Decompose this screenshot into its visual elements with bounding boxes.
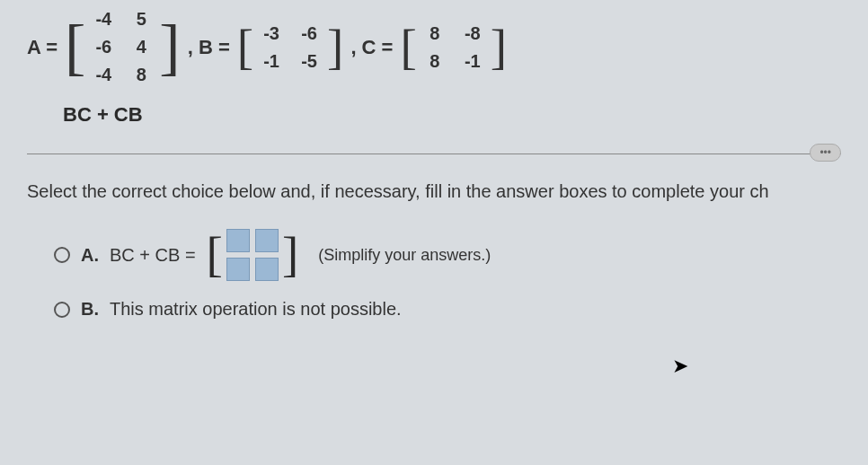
c-label: , C =	[350, 36, 393, 59]
choice-a-label: A.	[81, 245, 99, 266]
more-pill[interactable]: •••	[810, 144, 841, 162]
cell: 8	[128, 65, 154, 85]
cell: 8	[422, 23, 447, 44]
a-label: A =	[27, 36, 58, 59]
cell: -5	[297, 51, 322, 72]
matrix-equation: A = [ -4 5 -6 4 -4 8 ] , B = [ -3 -6 -1 …	[27, 9, 841, 85]
operation-label: BC + CB	[63, 103, 841, 127]
bracket-left-icon: [	[65, 22, 85, 73]
cell: 8	[422, 51, 447, 72]
cell: -1	[460, 51, 485, 72]
answer-matrix: [ ]	[207, 229, 299, 281]
bracket-right-icon: ]	[491, 28, 507, 67]
choice-b-text: This matrix operation is not possible.	[110, 299, 402, 320]
bracket-right-icon: ]	[282, 235, 298, 275]
cell: 5	[128, 9, 154, 30]
cell: -3	[259, 23, 284, 44]
simplify-hint: (Simplify your answers.)	[318, 246, 491, 265]
bracket-left-icon: [	[237, 28, 253, 67]
matrix-c: [ 8 -8 8 -1 ]	[400, 23, 507, 72]
answer-box-00[interactable]	[226, 229, 250, 252]
bracket-right-icon: ]	[327, 28, 343, 67]
cell: -4	[91, 9, 116, 30]
instruction-text: Select the correct choice below and, if …	[27, 181, 841, 202]
bracket-left-icon: [	[400, 28, 416, 67]
matrix-b: [ -3 -6 -1 -5 ]	[237, 23, 344, 72]
answer-box-11[interactable]	[255, 258, 279, 281]
choice-b-label: B.	[81, 299, 99, 320]
radio-b[interactable]	[54, 302, 70, 318]
cell: 4	[128, 37, 154, 57]
cursor-icon: ➤	[672, 355, 688, 378]
choice-a-row[interactable]: A. BC + CB = [ ] (Simplify your answers.…	[54, 229, 841, 281]
cell: -6	[297, 23, 322, 44]
bracket-right-icon: ]	[159, 22, 180, 73]
b-label: , B =	[188, 36, 230, 59]
divider: •••	[27, 154, 841, 154]
answer-box-10[interactable]	[226, 258, 250, 281]
cell: -1	[259, 51, 284, 72]
cell: -4	[91, 65, 116, 85]
choice-b-row[interactable]: B. This matrix operation is not possible…	[54, 299, 841, 320]
bracket-left-icon: [	[207, 235, 223, 275]
choice-a-text: BC + CB =	[110, 245, 196, 266]
answer-box-01[interactable]	[255, 229, 279, 252]
radio-a[interactable]	[54, 247, 70, 263]
cell: -8	[460, 23, 485, 44]
cell: -6	[91, 37, 116, 57]
matrix-a: [ -4 5 -6 4 -4 8 ]	[65, 9, 181, 85]
